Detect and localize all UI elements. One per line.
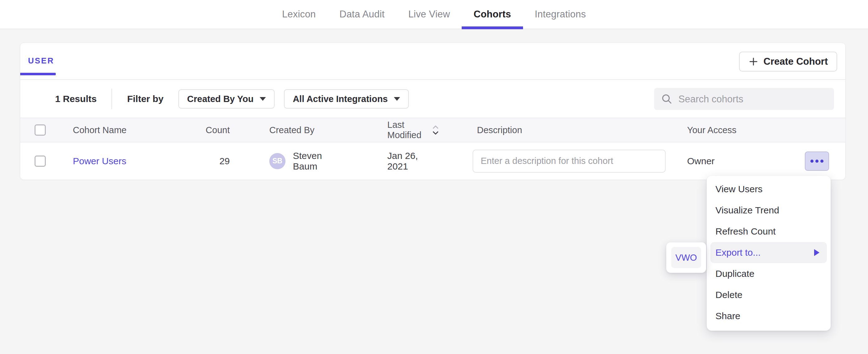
filter-by-label: Filter by bbox=[127, 94, 163, 104]
integrations-filter-value: All Active Integrations bbox=[293, 94, 388, 104]
cohorts-panel: USER Create Cohort 1 Results Filter by C… bbox=[20, 43, 845, 180]
column-created-by[interactable]: Created By bbox=[230, 125, 349, 135]
sort-icon bbox=[432, 124, 439, 136]
tab-lexicon[interactable]: Lexicon bbox=[270, 0, 328, 29]
menu-item-export-to-label: Export to... bbox=[715, 247, 761, 258]
create-cohort-button[interactable]: Create Cohort bbox=[739, 52, 837, 71]
column-cohort-name[interactable]: Cohort Name bbox=[53, 125, 159, 135]
menu-item-share[interactable]: Share bbox=[710, 305, 827, 327]
integrations-filter-dropdown[interactable]: All Active Integrations bbox=[284, 89, 409, 108]
row-checkbox[interactable] bbox=[35, 156, 46, 167]
results-count: 1 Results bbox=[55, 94, 96, 104]
ellipsis-icon bbox=[810, 160, 813, 163]
column-count[interactable]: Count bbox=[159, 125, 230, 135]
tab-integrations[interactable]: Integrations bbox=[523, 0, 598, 29]
filter-toolbar: 1 Results Filter by Created By You All A… bbox=[20, 80, 845, 118]
column-last-modified[interactable]: Last Modified bbox=[349, 120, 439, 140]
created-by-filter-dropdown[interactable]: Created By You bbox=[178, 89, 275, 108]
column-description[interactable]: Description bbox=[439, 125, 657, 135]
created-by-filter-value: Created By You bbox=[187, 94, 253, 104]
submenu-arrow-icon bbox=[814, 249, 819, 256]
tab-user-cohorts[interactable]: USER bbox=[28, 56, 54, 66]
plus-icon bbox=[748, 57, 758, 67]
chevron-down-icon bbox=[260, 97, 266, 101]
menu-item-visualize-trend[interactable]: Visualize Trend bbox=[710, 200, 827, 221]
table-header: Cohort Name Count Created By Last Modifi… bbox=[20, 118, 845, 142]
select-all-checkbox[interactable] bbox=[35, 124, 46, 136]
last-modified-date: Jan 26, 2021 bbox=[349, 151, 439, 172]
export-submenu: VWO bbox=[666, 242, 706, 273]
search-cohorts-input[interactable] bbox=[678, 93, 827, 104]
creator-avatar: SB bbox=[269, 153, 285, 169]
menu-item-refresh-count[interactable]: Refresh Count bbox=[710, 221, 827, 242]
tab-live-view[interactable]: Live View bbox=[396, 0, 462, 29]
create-cohort-label: Create Cohort bbox=[764, 56, 828, 67]
top-nav-bar: Lexicon Data Audit Live View Cohorts Int… bbox=[0, 0, 868, 29]
cohort-name-link[interactable]: Power Users bbox=[73, 156, 126, 166]
menu-item-view-users[interactable]: View Users bbox=[710, 179, 827, 200]
cohort-count: 29 bbox=[159, 156, 230, 166]
creator-name: Steven Baum bbox=[293, 151, 349, 172]
column-your-access[interactable]: Your Access bbox=[657, 125, 845, 135]
toolbar-divider bbox=[112, 89, 112, 109]
row-actions-menu-button[interactable] bbox=[805, 152, 829, 171]
panel-header: USER Create Cohort bbox=[20, 43, 845, 79]
menu-item-delete[interactable]: Delete bbox=[710, 284, 827, 305]
row-context-menu: View Users Visualize Trend Refresh Count… bbox=[707, 176, 831, 331]
access-level: Owner bbox=[687, 156, 714, 166]
active-tab-underline bbox=[20, 73, 56, 75]
tab-data-audit[interactable]: Data Audit bbox=[328, 0, 396, 29]
table-row: Power Users 29 SB Steven Baum Jan 26, 20… bbox=[20, 142, 845, 180]
menu-item-export-to[interactable]: Export to... bbox=[710, 242, 827, 263]
submenu-item-vwo[interactable]: VWO bbox=[671, 247, 701, 268]
chevron-down-icon bbox=[394, 97, 400, 101]
tab-cohorts[interactable]: Cohorts bbox=[462, 0, 523, 29]
column-last-modified-label: Last Modified bbox=[387, 120, 428, 140]
cohort-description-input[interactable] bbox=[473, 150, 665, 173]
menu-item-duplicate[interactable]: Duplicate bbox=[710, 263, 827, 284]
search-cohorts-box bbox=[654, 88, 834, 110]
search-icon bbox=[661, 93, 673, 105]
